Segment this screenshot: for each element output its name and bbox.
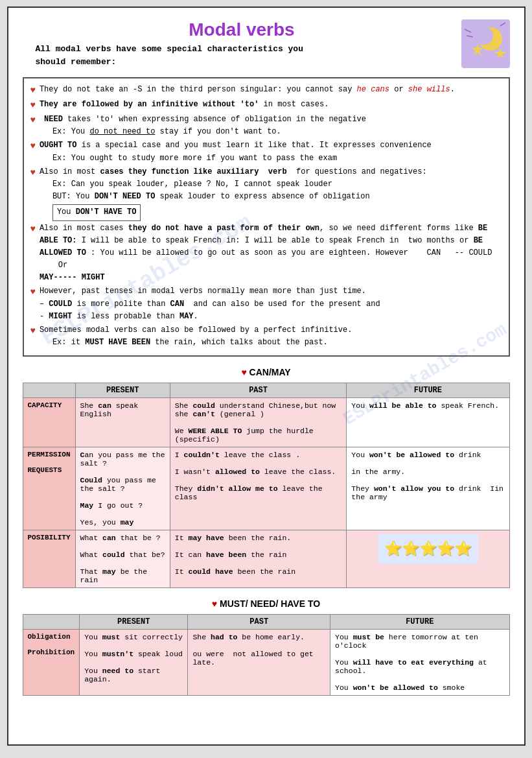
- aux-example1: Ex: Can you speak louder, please ? No, I…: [52, 180, 332, 189]
- possibility-past: It may have been the rain. It can have b…: [170, 530, 347, 588]
- info-row-3: ♥ NEED takes 'to' when expressing absenc…: [30, 113, 502, 138]
- svg-point-2: [475, 27, 493, 45]
- bold-had-to: had to: [211, 633, 237, 641]
- bold-might: MIGHT: [49, 312, 72, 321]
- bold-may-go: May: [80, 501, 94, 510]
- obligation-row: ObligationProhibition You must sit corre…: [23, 630, 509, 696]
- info-row-6: ♥ Also in most cases they do not have a …: [30, 222, 502, 285]
- bold-be-allowed: BE ALLOWED TO: [40, 236, 483, 257]
- info-text-3: NEED takes 'to' when expressing absence …: [40, 113, 502, 138]
- bold-may-be: may: [102, 567, 116, 576]
- ought-example: Ex: You ought to study more more if you …: [52, 154, 337, 163]
- bold-ought: OUGHT TO: [40, 141, 77, 150]
- subtitle-line1: All modal verbs have some special charac…: [36, 44, 303, 54]
- bold-must-sit: must: [102, 633, 121, 641]
- info-row-4: ♥ OUGHT TO is a special case and you mus…: [30, 139, 502, 164]
- bold-didnt-allow: didn't allow me to: [197, 484, 277, 493]
- bold-may: MAY: [179, 312, 194, 321]
- bold-couldnt: couldn't: [184, 451, 220, 459]
- obligation-label: ObligationProhibition: [23, 630, 80, 696]
- info-text-8: Sometimes modal verbs can also be follow…: [40, 324, 502, 349]
- info-text-5: Also in most cases they function like au…: [40, 166, 502, 221]
- bold-may-might: MAY----- MIGHT: [40, 273, 105, 282]
- bold-no-past: they do not have a past form of their ow…: [128, 224, 319, 233]
- can-may-header-row: PRESENT PAST FUTURE: [23, 383, 509, 398]
- bold-auxiliary: cases they function like auxiliary verb: [100, 167, 287, 176]
- bullet-6: ♥: [30, 222, 36, 236]
- col-future-1: FUTURE: [347, 383, 509, 398]
- bold-could: COULD: [49, 300, 72, 309]
- can-may-header: ♥ CAN/MAY: [23, 367, 510, 377]
- main-title: Modal verbs: [23, 19, 461, 40]
- permission-row: PERMISSIONREQUESTS Can you pass me the s…: [23, 447, 509, 530]
- info-text-4: OUGHT TO is a special case and you must …: [40, 139, 502, 164]
- can-may-table: PRESENT PAST FUTURE CAPACITY She can spe…: [23, 383, 510, 588]
- bold-can-speak: can: [98, 401, 111, 410]
- capacity-past: She could understand Chinese,but now she…: [170, 398, 347, 447]
- red-text-wills: she wills: [408, 85, 450, 94]
- bold-need: NEED: [44, 115, 63, 124]
- info-row-5: ♥ Also in most cases they function like …: [30, 166, 502, 221]
- must-need-label: MUST/ NEED/ HAVE TO: [220, 598, 320, 609]
- bullet-8: ♥: [30, 324, 36, 338]
- info-row-1: ♥ They do not take an -S in the third pe…: [30, 84, 502, 97]
- must-need-header: ♥ MUST/ NEED/ HAVE TO: [23, 598, 510, 609]
- permission-label: PERMISSIONREQUESTS: [23, 447, 75, 530]
- must-col-past: PAST: [188, 615, 330, 630]
- bold-wont-allow: won't allow you to: [374, 484, 454, 493]
- info-text-7: However, past tenses in modal verbs norm…: [40, 285, 502, 323]
- must-col-future: FUTURE: [330, 615, 509, 630]
- bold-will-able: will be able to: [369, 401, 437, 410]
- must-col-empty: [23, 615, 80, 630]
- info-row-8: ♥ Sometimes modal verbs can also be foll…: [30, 324, 502, 349]
- must-col-present: PRESENT: [80, 615, 188, 630]
- bold-must-be: must be: [353, 633, 384, 641]
- bold-may: may: [121, 518, 134, 527]
- bold-could-understand: could: [192, 401, 215, 410]
- capacity-present: She can speak English: [75, 398, 170, 447]
- bold-dont-have: DON'T HAVE TO: [76, 207, 137, 217]
- permission-past: I couldn't leave the class . I wasn't al…: [170, 447, 347, 530]
- header: Modal verbs All modal verbs have some sp…: [23, 19, 510, 71]
- bold-can: CAN: [170, 300, 185, 309]
- stars-image: ⭐⭐⭐⭐⭐: [378, 534, 478, 564]
- obligation-present: You must sit correctly You mustn't speak…: [80, 630, 188, 696]
- info-row-2: ♥ They are followed by an infinitive wit…: [30, 99, 502, 112]
- possibility-row: POSIBILITY What can that be ? What could…: [23, 530, 509, 588]
- heart-must: ♥: [212, 598, 217, 609]
- bullet-2: ♥: [30, 99, 36, 112]
- perfect-inf-example: Ex: it MUST HAVE BEEN the rain, which ta…: [52, 338, 328, 347]
- must-need-header-row: PRESENT PAST FUTURE: [23, 615, 509, 630]
- need-example: Ex: You do not need to stay if you don't…: [52, 127, 281, 136]
- obligation-future: You must be here tomorrow at ten o'clock…: [330, 630, 509, 696]
- bold-will-have-eat: will have to eat everything: [353, 658, 474, 667]
- bold-could-have: could have: [189, 567, 233, 576]
- info-row-7: ♥ However, past tenses in modal verbs no…: [30, 285, 502, 323]
- capacity-future: You will be able to speak French.: [347, 398, 509, 447]
- col-empty: [23, 383, 75, 398]
- permission-future: You won't be allowed to drink in the arm…: [347, 447, 509, 530]
- info-text-1: They do not take an -S in the third pers…: [40, 84, 502, 96]
- bold-can-pass: C: [80, 451, 85, 459]
- must-need-table: PRESENT PAST FUTURE ObligationProhibitio…: [23, 614, 510, 696]
- title-section: Modal verbs All modal verbs have some sp…: [23, 19, 461, 68]
- bold-need-to: need to: [102, 667, 133, 675]
- can-may-label: CAN/MAY: [249, 367, 291, 377]
- heart-can-may: ♥: [241, 367, 246, 377]
- page: ESLPrintables.com ESLPrintables.com Moda…: [7, 6, 526, 746]
- bullet-3: ♥: [30, 113, 36, 127]
- logo: [461, 19, 510, 71]
- bold-were-able: WERE ABLE TO: [189, 427, 242, 435]
- possibility-future: ⭐⭐⭐⭐⭐: [347, 530, 509, 588]
- bold-dont-need: DON'T NEED TO: [95, 192, 156, 201]
- bold-could-pass: Could: [80, 476, 103, 484]
- aux-example2: BUT: You DON'T NEED TO speak louder to e…: [52, 192, 370, 201]
- bold-have-been: have been: [206, 551, 246, 559]
- permission-present: Can you pass me the salt ? Could you pas…: [75, 447, 170, 530]
- bold-must-have-been: MUST HAVE BEEN: [85, 338, 150, 347]
- possibility-present: What can that be ? What could that be? T…: [75, 530, 170, 588]
- bullet-5: ♥: [30, 166, 36, 180]
- bold-could-that: could: [102, 551, 125, 559]
- info-box: ♥ They do not take an -S in the third pe…: [23, 77, 510, 357]
- bold-wont-allowed-smoke: won't be allowed to: [353, 683, 438, 692]
